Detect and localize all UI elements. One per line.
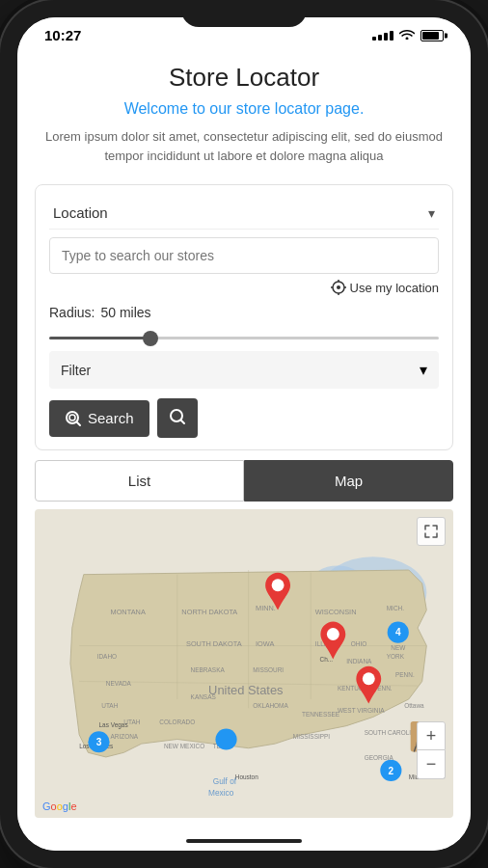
search-button-label: Search	[88, 410, 134, 426]
svg-text:COLORADO: COLORADO	[159, 719, 195, 725]
status-time: 10:27	[44, 27, 81, 43]
svg-text:NEW: NEW	[391, 644, 406, 651]
page-content: Store Locator Welcome to our store locat…	[17, 47, 471, 831]
svg-text:NEBRASKA: NEBRASKA	[191, 666, 226, 673]
svg-text:2: 2	[389, 766, 394, 776]
google-logo: Google	[42, 800, 77, 812]
home-indicator	[17, 831, 471, 851]
view-toggle: List Map	[35, 460, 453, 502]
notch	[181, 0, 307, 27]
expand-icon	[423, 524, 439, 539]
svg-point-67	[215, 728, 236, 749]
location-dropdown[interactable]: Location ▾	[49, 197, 439, 230]
phone-shell: 10:27	[0, 0, 488, 868]
use-location-row: Use my location	[49, 280, 439, 295]
svg-text:GEORGIA: GEORGIA	[365, 754, 394, 761]
svg-text:MISSOURI: MISSOURI	[253, 666, 284, 673]
slider-container	[49, 326, 439, 343]
home-bar	[186, 839, 302, 843]
svg-text:NEW MEXICO: NEW MEXICO	[164, 743, 204, 749]
svg-text:SOUTH DAKOTA: SOUTH DAKOTA	[186, 639, 242, 648]
svg-text:Las Vegas: Las Vegas	[98, 721, 127, 729]
svg-text:United States: United States	[208, 683, 283, 697]
page-title: Store Locator	[44, 63, 444, 93]
map-expand-button[interactable]	[417, 517, 446, 546]
radius-row: Radius: 50 miles	[49, 305, 439, 320]
svg-point-62	[363, 672, 375, 685]
svg-point-8	[171, 410, 182, 421]
phone-screen: 10:27	[17, 17, 471, 851]
svg-text:NEVADA: NEVADA	[106, 680, 132, 687]
svg-text:UTAH: UTAH	[101, 702, 118, 709]
svg-text:WEST VIRGINIA: WEST VIRGINIA	[338, 707, 385, 714]
svg-point-6	[67, 412, 78, 423]
svg-text:YORK: YORK	[387, 653, 405, 660]
magnify-icon	[169, 408, 186, 425]
svg-text:Houston: Houston	[235, 773, 258, 780]
svg-text:NORTH DAKOTA: NORTH DAKOTA	[181, 608, 237, 616]
map-container: MONTANA IDAHO NEVADA UTAH NORTH DAKOTA S…	[35, 509, 453, 818]
page-description: Lorem ipsum dolor sit amet, consectetur …	[44, 127, 444, 165]
svg-text:Gulf of: Gulf of	[213, 776, 237, 786]
signal-icon	[372, 31, 393, 41]
location-dropdown-arrow-icon: ▾	[428, 205, 435, 221]
svg-text:MONTANA: MONTANA	[110, 608, 145, 616]
map-svg: MONTANA IDAHO NEVADA UTAH NORTH DAKOTA S…	[35, 509, 453, 818]
zoom-in-button[interactable]: +	[417, 721, 446, 750]
svg-text:TENNESSEE: TENNESSEE	[302, 711, 340, 718]
use-location-button[interactable]: Use my location	[350, 281, 439, 295]
battery-icon	[420, 30, 444, 41]
radius-value: 50 miles	[100, 305, 150, 320]
zoom-out-button[interactable]: −	[417, 750, 446, 779]
search-input-row: Use my location	[49, 237, 439, 295]
magnify-button[interactable]	[157, 398, 198, 438]
filter-dropdown[interactable]: Filter ▾	[49, 351, 439, 389]
svg-point-1	[337, 285, 340, 289]
location-pin-icon	[331, 280, 346, 295]
search-panel: Location ▾ U	[35, 184, 453, 450]
page-subtitle: Welcome to our store locator page.	[44, 100, 444, 118]
radius-slider[interactable]	[49, 337, 439, 339]
svg-text:Mexico: Mexico	[208, 788, 234, 798]
svg-text:Ottawa: Ottawa	[404, 702, 424, 709]
page-header: Store Locator Welcome to our store locat…	[17, 47, 471, 176]
search-buttons: Search	[49, 398, 439, 438]
svg-text:4: 4	[395, 627, 401, 637]
location-dropdown-label: Location	[53, 204, 108, 221]
wifi-icon	[399, 28, 415, 42]
svg-point-60	[272, 579, 285, 591]
svg-text:WISCONSIN: WISCONSIN	[315, 608, 357, 616]
svg-point-7	[69, 415, 75, 420]
status-icons	[372, 28, 444, 42]
svg-text:IDAHO: IDAHO	[97, 653, 117, 660]
svg-point-61	[327, 628, 339, 640]
svg-text:ARIZONA: ARIZONA	[110, 733, 138, 740]
filter-dropdown-arrow-icon: ▾	[420, 361, 427, 379]
map-tab[interactable]: Map	[244, 460, 453, 502]
search-button[interactable]: Search	[49, 400, 149, 437]
svg-text:IOWA: IOWA	[256, 639, 274, 648]
radius-label: Radius:	[49, 305, 95, 320]
list-tab[interactable]: List	[35, 460, 244, 502]
svg-text:Ch...: Ch...	[319, 656, 333, 663]
svg-text:OKLAHOMA: OKLAHOMA	[253, 702, 288, 709]
svg-text:PENN.: PENN.	[395, 671, 415, 678]
svg-text:MICH.: MICH.	[387, 605, 404, 611]
svg-text:3: 3	[96, 737, 102, 747]
search-btn-icon	[65, 410, 82, 427]
svg-text:INDIANA: INDIANA	[346, 658, 372, 665]
filter-label: Filter	[61, 363, 91, 378]
svg-text:OHIO: OHIO	[351, 640, 367, 647]
svg-text:MISSISSIPPI: MISSISSIPPI	[293, 733, 331, 740]
search-input[interactable]	[49, 237, 439, 274]
zoom-controls: + −	[417, 721, 446, 779]
svg-text:MINN.: MINN.	[256, 604, 276, 612]
